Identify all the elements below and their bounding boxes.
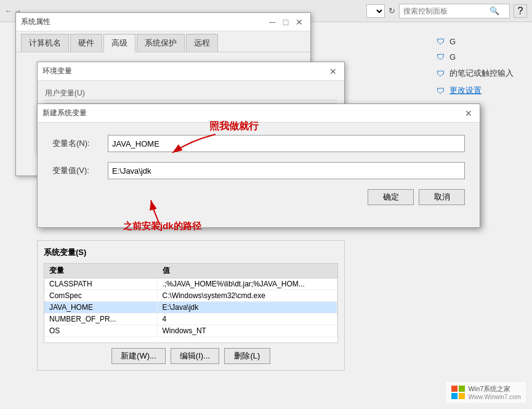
delete-btn[interactable]: 删除(L) [224, 348, 270, 364]
address-bar: ↻ 🔍 ? [366, 4, 527, 18]
tab-system-protection[interactable]: 系统保护 [137, 34, 185, 52]
watermark-text: Win7系统之家 Www.Winwin7.com [468, 384, 521, 400]
shield-icon-1: 🛡 [437, 37, 445, 46]
env-titlebar: 环境变量 ✕ [38, 62, 344, 81]
var-name-cell: JAVA_HOME [44, 302, 157, 314]
shield-icon-2: 🛡 [437, 52, 445, 62]
tab-hardware[interactable]: 硬件 [70, 34, 102, 52]
right-label-g2: G [449, 52, 456, 62]
table-row[interactable]: JAVA_HOMEE:\Java\jdk [44, 302, 337, 314]
ok-button[interactable]: 确定 [368, 189, 414, 205]
var-value-cell: C:\Windows\system32\cmd.exe [157, 290, 337, 302]
search-input[interactable] [403, 7, 490, 15]
win-logo-icon [451, 385, 465, 400]
watermark-site: Win7系统之家 [468, 384, 521, 394]
sys-props-titlebar: 系统属性 ─ □ ✕ [16, 13, 310, 31]
right-label-touch: 的笔记或触控输入 [449, 68, 514, 79]
col-header-var: 变量 [44, 264, 157, 278]
refresh-icon[interactable]: ↻ [389, 6, 395, 15]
change-settings-link[interactable]: 更改设置 [449, 85, 482, 96]
sys-props-title: 系统属性 [21, 17, 266, 27]
col-header-val: 值 [157, 264, 337, 278]
right-item-1: 🛡 G [437, 37, 514, 46]
var-name-cell: NUMBER_OF_PR... [44, 314, 157, 325]
tab-computer-name[interactable]: 计算机名 [21, 34, 69, 52]
var-value-input[interactable] [108, 162, 465, 179]
sys-vars-section: 系统变量(S) 变量 值 CLASSPATH.;%JAVA_HOME%\lib\… [37, 240, 345, 371]
new-var-controls: ✕ [462, 107, 475, 119]
address-dropdown[interactable] [366, 4, 385, 18]
shield-icon-3: 🛡 [437, 69, 445, 78]
edit-btn[interactable]: 编辑(I)... [171, 348, 219, 364]
var-name-row: 变量名(N): [52, 135, 465, 152]
search-icon[interactable]: 🔍 [490, 6, 499, 15]
sys-props-tabs: 计算机名 硬件 高级 系统保护 远程 [16, 31, 310, 52]
svg-rect-2 [451, 386, 457, 392]
env-controls: ✕ [327, 65, 339, 78]
sys-props-close-btn[interactable]: ✕ [293, 16, 305, 28]
search-box: 🔍 [399, 4, 510, 18]
tab-remote[interactable]: 远程 [186, 34, 218, 52]
var-value-label: 变量值(V): [52, 165, 108, 176]
var-value-cell: Windows_NT [157, 325, 337, 337]
svg-rect-5 [459, 393, 465, 399]
table-row[interactable]: OSWindows_NT [44, 325, 337, 337]
watermark-url: Www.Winwin7.com [468, 394, 521, 400]
svg-rect-3 [459, 386, 465, 392]
sys-vars-buttons: 新建(W)... 编辑(I)... 删除(L) [44, 348, 338, 364]
sys-vars-table-container[interactable]: 变量 值 CLASSPATH.;%JAVA_HOME%\lib\dt.jar;%… [44, 263, 338, 343]
right-item-3: 🛡 的笔记或触控输入 [437, 68, 514, 79]
shield-icon-4: 🛡 [437, 86, 445, 95]
table-row[interactable]: NUMBER_OF_PR...4 [44, 314, 337, 325]
var-value-cell: E:\Java\jdk [157, 302, 337, 314]
sys-props-minimize-btn[interactable]: ─ [266, 16, 278, 28]
new-var-body: 变量名(N): 变量值(V): 确定 取消 [38, 123, 480, 227]
sys-vars-table: 变量 值 CLASSPATH.;%JAVA_HOME%\lib\dt.jar;%… [44, 264, 337, 337]
dialog-buttons: 确定 取消 [52, 189, 465, 215]
new-var-dialog: 新建系统变量 ✕ 变量名(N): 变量值(V): 确定 取消 [37, 103, 480, 228]
sys-props-maximize-btn[interactable]: □ [280, 16, 292, 28]
right-item-2: 🛡 G [437, 52, 514, 62]
sys-props-controls: ─ □ ✕ [266, 16, 305, 28]
help-icon[interactable]: ? [514, 4, 527, 18]
var-name-cell: CLASSPATH [44, 278, 157, 290]
var-value-row: 变量值(V): [52, 162, 465, 179]
right-item-4: 🛡 更改设置 [437, 85, 514, 96]
new-var-titlebar: 新建系统变量 ✕ [38, 104, 480, 123]
var-name-input[interactable] [108, 135, 465, 152]
sys-vars-label: 系统变量(S) [44, 247, 338, 258]
svg-rect-4 [451, 393, 457, 399]
tab-advanced[interactable]: 高级 [103, 34, 135, 52]
var-name-label: 变量名(N): [52, 138, 108, 149]
var-name-cell: ComSpec [44, 290, 157, 302]
new-var-title: 新建系统变量 [42, 108, 462, 118]
var-value-cell: 4 [157, 314, 337, 325]
var-value-cell: .;%JAVA_HOME%\lib\dt.jar;%JAVA_HOM... [157, 278, 337, 290]
env-title: 环境变量 [42, 66, 327, 76]
right-content: 🛡 G 🛡 G 🛡 的笔记或触控输入 🛡 更改设置 [437, 37, 514, 102]
var-name-cell: OS [44, 325, 157, 337]
right-label-g1: G [449, 37, 456, 46]
table-row[interactable]: CLASSPATH.;%JAVA_HOME%\lib\dt.jar;%JAVA_… [44, 278, 337, 290]
table-row[interactable]: ComSpecC:\Windows\system32\cmd.exe [44, 290, 337, 302]
watermark: Win7系统之家 Www.Winwin7.com [446, 382, 526, 403]
user-vars-label: 用户变量(U) [45, 88, 337, 100]
new-var-close-btn[interactable]: ✕ [462, 107, 475, 119]
new-btn[interactable]: 新建(W)... [111, 348, 166, 364]
cancel-button[interactable]: 取消 [419, 189, 465, 205]
env-close-btn[interactable]: ✕ [327, 65, 339, 78]
